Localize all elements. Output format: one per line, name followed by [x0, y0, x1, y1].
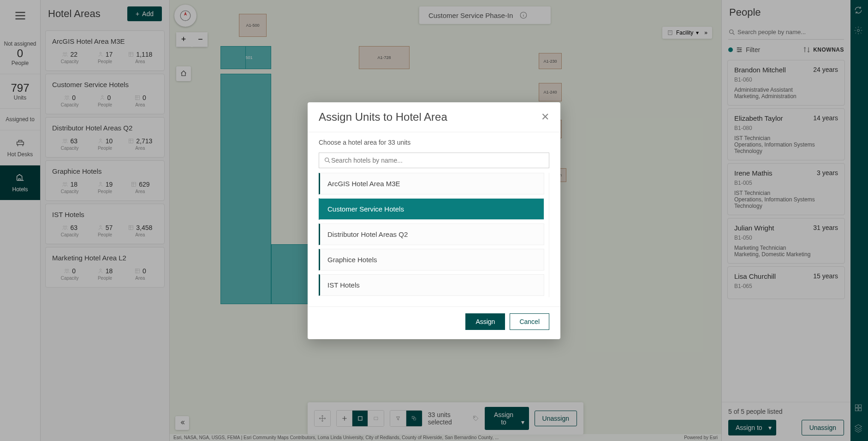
modal-title: Assign Units to Hotel Area [319, 111, 447, 123]
modal-assign-button[interactable]: Assign [465, 313, 505, 330]
svg-point-42 [325, 158, 329, 161]
modal-cancel-button[interactable]: Cancel [510, 313, 549, 330]
modal-search[interactable] [319, 153, 549, 168]
search-icon [324, 157, 331, 164]
modal-subtitle: Choose a hotel area for 33 units [319, 139, 549, 146]
modal-search-input[interactable] [331, 157, 544, 164]
hotel-area-option[interactable]: Graphice Hotels [319, 249, 544, 270]
modal-overlay[interactable]: Assign Units to Hotel Area ✕ Choose a ho… [0, 0, 868, 441]
hotel-area-option[interactable]: Distributor Hotel Areas Q2 [319, 223, 544, 245]
hotel-area-option[interactable]: Customer Service Hotels [319, 198, 544, 220]
hotel-area-option[interactable]: IST Hotels [319, 274, 544, 296]
modal-close-button[interactable]: ✕ [541, 111, 549, 123]
close-icon: ✕ [541, 111, 549, 123]
hotel-area-option[interactable]: ArcGIS Hotel Area M3E [319, 173, 544, 194]
assign-units-modal: Assign Units to Hotel Area ✕ Choose a ho… [308, 102, 560, 339]
